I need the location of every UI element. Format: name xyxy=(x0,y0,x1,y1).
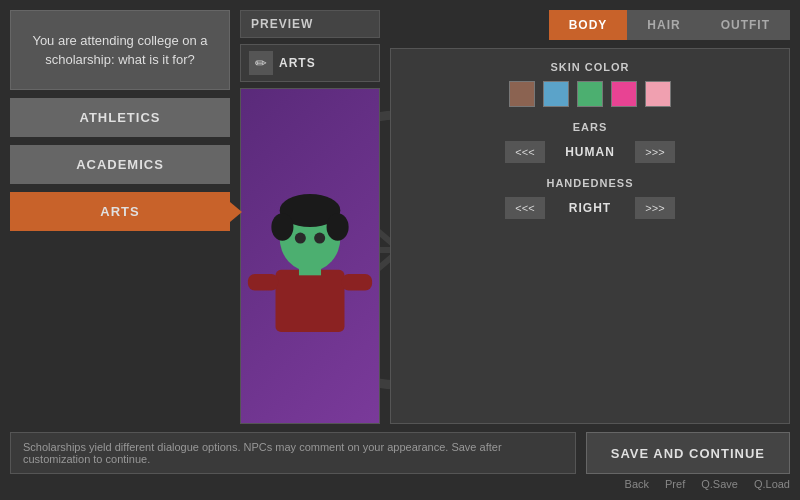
footer-pref[interactable]: Pref xyxy=(665,478,685,490)
footer-qsave[interactable]: Q.Save xyxy=(701,478,738,490)
ears-section: EARS <<< HUMAN >>> xyxy=(407,121,773,163)
footer-back[interactable]: Back xyxy=(625,478,649,490)
footer-qload[interactable]: Q.Load xyxy=(754,478,790,490)
character-type: ARTS xyxy=(279,56,316,70)
tab-body[interactable]: BODY xyxy=(549,10,628,40)
ears-nav-row: <<< HUMAN >>> xyxy=(505,141,675,163)
swatch-pink[interactable] xyxy=(611,81,637,107)
swatch-light-pink[interactable] xyxy=(645,81,671,107)
svg-rect-13 xyxy=(248,274,278,291)
tab-hair[interactable]: HAIR xyxy=(627,10,700,40)
ears-next[interactable]: >>> xyxy=(635,141,675,163)
tab-outfit[interactable]: OUTFIT xyxy=(701,10,790,40)
ears-label: EARS xyxy=(573,121,608,133)
bottom-section: Scholarships yield different dialogue op… xyxy=(10,432,790,474)
swatch-light-blue[interactable] xyxy=(543,81,569,107)
handedness-prev[interactable]: <<< xyxy=(505,197,545,219)
svg-point-9 xyxy=(271,213,293,241)
svg-point-11 xyxy=(295,233,306,244)
svg-point-12 xyxy=(314,233,325,244)
hint-text: Scholarships yield different dialogue op… xyxy=(10,432,576,474)
swatch-green[interactable] xyxy=(577,81,603,107)
pencil-icon[interactable]: ✏ xyxy=(249,51,273,75)
customization-panel: SKIN COLOR EARS <<< HUMAN >> xyxy=(390,48,790,424)
svg-point-10 xyxy=(327,213,349,241)
left-panel: You are attending college on a scholarsh… xyxy=(10,10,230,424)
handedness-value: RIGHT xyxy=(555,201,625,215)
skin-color-section: SKIN COLOR xyxy=(407,61,773,107)
middle-panel: PREVIEW ✏ ARTS xyxy=(240,10,380,424)
color-swatches-row xyxy=(509,81,671,107)
main-container: You are attending college on a scholarsh… xyxy=(0,0,800,500)
swatch-brown[interactable] xyxy=(509,81,535,107)
right-panel: BODY HAIR OUTFIT SKIN COLOR xyxy=(390,10,790,424)
question-box: You are attending college on a scholarsh… xyxy=(10,10,230,90)
ears-value: HUMAN xyxy=(555,145,625,159)
top-section: You are attending college on a scholarsh… xyxy=(10,10,790,424)
svg-rect-5 xyxy=(276,270,345,332)
handedness-section: HANDEDNESS <<< RIGHT >>> xyxy=(407,177,773,219)
handedness-label: HANDEDNESS xyxy=(546,177,633,189)
tabs-row: BODY HAIR OUTFIT xyxy=(390,10,790,40)
svg-rect-14 xyxy=(342,274,372,291)
choice-academics[interactable]: ACADEMICS xyxy=(10,145,230,184)
choice-arts[interactable]: ARTS xyxy=(10,192,230,231)
handedness-next[interactable]: >>> xyxy=(635,197,675,219)
save-continue-button[interactable]: SAVE AND CONTINUE xyxy=(586,432,790,474)
preview-header: ✏ ARTS xyxy=(240,44,380,82)
preview-label: PREVIEW xyxy=(240,10,380,38)
skin-color-label: SKIN COLOR xyxy=(550,61,629,73)
ears-prev[interactable]: <<< xyxy=(505,141,545,163)
character-preview xyxy=(240,88,380,424)
choice-athletics[interactable]: ATHLETICS xyxy=(10,98,230,137)
question-text: You are attending college on a scholarsh… xyxy=(23,31,217,70)
handedness-nav-row: <<< RIGHT >>> xyxy=(505,197,675,219)
footer: Back Pref Q.Save Q.Load xyxy=(10,474,790,490)
